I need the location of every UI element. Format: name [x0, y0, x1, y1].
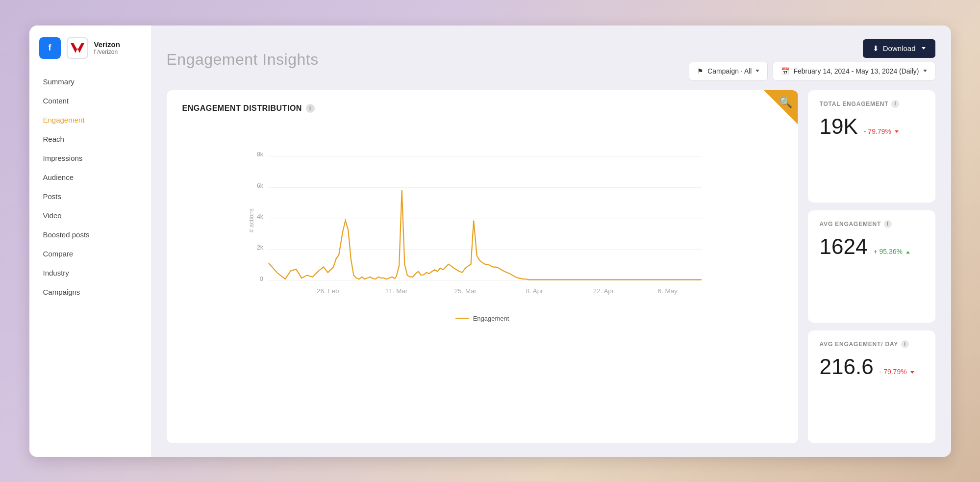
navigation: Summary Content Engagement Reach Impress…: [29, 73, 151, 301]
stat-info-icon-avg-day[interactable]: i: [901, 340, 909, 348]
svg-text:0: 0: [260, 275, 263, 282]
calendar-icon: 📅: [781, 67, 789, 75]
svg-text:6. May: 6. May: [657, 287, 678, 295]
brand-text: Verizon f /verizon: [94, 40, 120, 55]
sidebar-item-posts[interactable]: Posts: [35, 187, 145, 205]
chart-title: ENGAGEMENT DISTRIBUTION i: [182, 104, 782, 113]
search-badge-icon: 🔍: [779, 96, 792, 109]
sidebar-item-boosted-posts[interactable]: Boosted posts: [35, 226, 145, 244]
page-title: Engagement Insights: [167, 51, 319, 69]
chart-card: 🔍 ENGAGEMENT DISTRIBUTION i 0 2k 4k 6k 8…: [167, 90, 798, 443]
stat-card-avg-engagement: AVG ENGAGEMENT i 1624 + 95.36%: [808, 210, 935, 323]
svg-text:25. Mar: 25. Mar: [454, 287, 477, 295]
stat-card-avg-engagement-day: AVG ENGAGEMENT/ DAY i 216.6 - 79.79%: [808, 330, 935, 443]
stat-label-avg-day: AVG ENGAGEMENT/ DAY i: [820, 340, 924, 348]
stat-change-avg: + 95.36%: [873, 248, 909, 255]
download-dropdown-arrow: [922, 47, 926, 50]
campaign-filter-button[interactable]: ⚑ Campaign · All: [689, 62, 768, 80]
campaign-dropdown-arrow: [755, 70, 759, 72]
sidebar-item-compare[interactable]: Compare: [35, 245, 145, 263]
svg-text:4k: 4k: [256, 213, 263, 220]
top-bar: Engagement Insights ⬇ Download ⚑ Campaig…: [167, 39, 935, 80]
svg-text:11. Mar: 11. Mar: [385, 287, 407, 295]
download-label: Download: [883, 44, 916, 52]
stat-value-avg-day: 216.6: [820, 356, 874, 378]
sidebar-item-campaigns[interactable]: Campaigns: [35, 283, 145, 301]
date-range-label: February 14, 2024 - May 13, 2024 (Daily): [793, 67, 919, 75]
main-content: Engagement Insights ⬇ Download ⚑ Campaig…: [151, 25, 951, 457]
chart-info-icon[interactable]: i: [306, 104, 315, 113]
chart-legend: Engagement: [182, 315, 782, 322]
stat-value-row-total: 19K - 79.79%: [820, 116, 924, 137]
campaign-icon: ⚑: [697, 67, 704, 75]
sidebar-item-content[interactable]: Content: [35, 92, 145, 110]
stat-value-row-avg-day: 216.6 - 79.79%: [820, 356, 924, 378]
stat-card-total-engagement: TOTAL ENGAGEMENT i 19K - 79.79%: [808, 90, 935, 203]
sidebar-item-reach[interactable]: Reach: [35, 130, 145, 148]
change-arrow-up-avg: [906, 251, 910, 254]
brand-logo: [67, 37, 88, 59]
top-controls: ⬇ Download ⚑ Campaign · All 📅 February 1…: [689, 39, 935, 80]
date-dropdown-arrow: [923, 70, 927, 72]
svg-text:8. Apr: 8. Apr: [526, 287, 543, 295]
sidebar-item-video[interactable]: Video: [35, 206, 145, 225]
sidebar-item-industry[interactable]: Industry: [35, 264, 145, 282]
engagement-chart: 0 2k 4k 6k 8k # actions: [182, 125, 782, 311]
stat-label-avg: AVG ENGAGEMENT i: [820, 220, 924, 228]
content-area: 🔍 ENGAGEMENT DISTRIBUTION i 0 2k 4k 6k 8…: [167, 90, 935, 443]
svg-text:2k: 2k: [256, 244, 263, 251]
svg-text:6k: 6k: [256, 182, 263, 189]
brand-name: Verizon: [94, 40, 120, 49]
app-container: f Verizon f /verizon Summary Content Eng…: [29, 25, 951, 457]
sidebar-item-summary[interactable]: Summary: [35, 73, 145, 91]
stat-change-avg-day: - 79.79%: [879, 368, 914, 376]
stat-value-row-avg: 1624 + 95.36%: [820, 236, 924, 257]
download-icon: ⬇: [873, 44, 879, 53]
stat-info-icon-total[interactable]: i: [891, 100, 899, 108]
change-arrow-down-avg-day: [910, 371, 914, 374]
stats-column: TOTAL ENGAGEMENT i 19K - 79.79% AVG E: [808, 90, 935, 443]
brand-header: f Verizon f /verizon: [29, 37, 151, 73]
sidebar: f Verizon f /verizon Summary Content Eng…: [29, 25, 151, 457]
sidebar-item-impressions[interactable]: Impressions: [35, 149, 145, 167]
svg-text:# actions: # actions: [248, 208, 254, 232]
sidebar-item-engagement[interactable]: Engagement: [35, 111, 145, 129]
sidebar-item-audience[interactable]: Audience: [35, 168, 145, 186]
chart-wrapper: 0 2k 4k 6k 8k # actions: [182, 125, 782, 311]
stat-value-total: 19K: [820, 116, 858, 137]
download-button[interactable]: ⬇ Download: [863, 39, 935, 58]
stat-info-icon-avg[interactable]: i: [884, 220, 892, 228]
brand-handle: f /verizon: [94, 49, 120, 55]
campaign-label: Campaign · All: [707, 67, 752, 75]
legend-line: [455, 318, 469, 319]
legend-label: Engagement: [473, 315, 509, 322]
stat-change-total: - 79.79%: [864, 127, 899, 135]
date-range-button[interactable]: 📅 February 14, 2024 - May 13, 2024 (Dail…: [773, 62, 935, 80]
stat-value-avg: 1624: [820, 236, 868, 257]
stat-label-total: TOTAL ENGAGEMENT i: [820, 100, 924, 108]
svg-text:22. Apr: 22. Apr: [593, 287, 614, 295]
svg-text:8k: 8k: [256, 151, 263, 157]
svg-text:26. Feb: 26. Feb: [317, 287, 339, 295]
change-arrow-down-total: [895, 130, 899, 133]
facebook-icon: f: [39, 37, 61, 59]
